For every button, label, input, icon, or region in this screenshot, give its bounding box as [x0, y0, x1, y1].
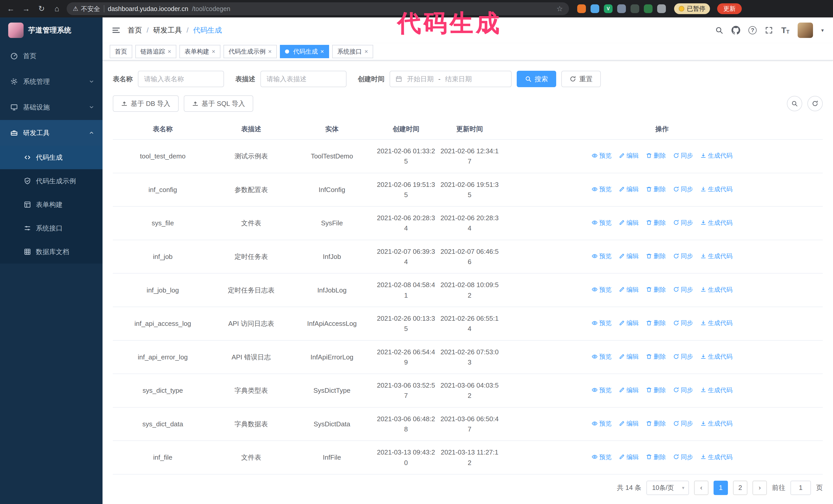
preview-link[interactable]: 预览	[592, 352, 612, 361]
user-avatar[interactable]	[798, 23, 813, 38]
close-icon[interactable]: ×	[168, 48, 171, 55]
next-page-button[interactable]: ›	[753, 481, 767, 495]
sync-link[interactable]: 同步	[673, 251, 693, 261]
github-icon[interactable]	[732, 26, 740, 34]
v-green-extension-icon[interactable]: V	[604, 4, 613, 13]
search-icon[interactable]	[715, 26, 723, 34]
generate-code-link[interactable]: 生成代码	[700, 452, 733, 462]
table-desc-input[interactable]	[260, 71, 347, 87]
breadcrumb-section[interactable]: 研发工具	[153, 25, 182, 35]
sync-link[interactable]: 同步	[673, 385, 693, 395]
generate-code-link[interactable]: 生成代码	[700, 385, 733, 395]
fullscreen-icon[interactable]	[765, 26, 773, 34]
edit-link[interactable]: 编辑	[619, 285, 639, 294]
avatar-caret-icon[interactable]: ▾	[821, 27, 824, 33]
edit-link[interactable]: 编辑	[619, 352, 639, 361]
delete-link[interactable]: 删除	[646, 151, 666, 160]
sync-link[interactable]: 同步	[673, 285, 693, 294]
edit-link[interactable]: 编辑	[619, 218, 639, 227]
browser-reload-icon[interactable]: ↻	[36, 3, 47, 15]
paused-badge[interactable]: 已暂停	[674, 3, 710, 14]
sidebar-item-codegen[interactable]: 代码生成	[0, 146, 102, 169]
delete-link[interactable]: 删除	[646, 352, 666, 361]
toggle-search-button[interactable]	[787, 96, 802, 111]
preview-link[interactable]: 预览	[592, 218, 612, 227]
reset-button[interactable]: 重置	[561, 71, 601, 87]
edit-link[interactable]: 编辑	[619, 385, 639, 395]
tab-home[interactable]: 首页	[110, 45, 132, 58]
puzzle-extension-icon[interactable]	[657, 4, 666, 13]
generate-code-link[interactable]: 生成代码	[700, 352, 733, 361]
delete-link[interactable]: 删除	[646, 385, 666, 395]
browser-back-icon[interactable]: ←	[5, 3, 17, 15]
table-name-input[interactable]	[138, 71, 224, 87]
tab-form-builder[interactable]: 表单构建 ×	[180, 45, 220, 58]
close-icon[interactable]: ×	[212, 48, 215, 55]
tab-codegen[interactable]: 代码生成 ×	[280, 45, 329, 58]
address-bar[interactable]: ⚠ 不安全 dashboard.yudao.iocoder.cn/tool/co…	[67, 2, 569, 15]
fox-extension-icon[interactable]	[577, 4, 586, 13]
generate-code-link[interactable]: 生成代码	[700, 318, 733, 328]
breadcrumb-home[interactable]: 首页	[128, 25, 142, 35]
sync-link[interactable]: 同步	[673, 318, 693, 328]
tray-extension-icon[interactable]	[630, 4, 639, 13]
delete-link[interactable]: 删除	[646, 418, 666, 428]
sidebar-item-infra[interactable]: 基础设施	[0, 94, 102, 120]
generate-code-link[interactable]: 生成代码	[700, 151, 733, 160]
page-button-1[interactable]: 1	[714, 481, 728, 495]
sidebar-item-devtools[interactable]: 研发工具	[0, 120, 102, 146]
preview-link[interactable]: 预览	[592, 318, 612, 328]
delete-link[interactable]: 删除	[646, 285, 666, 294]
delete-link[interactable]: 删除	[646, 318, 666, 328]
sync-link[interactable]: 同步	[673, 151, 693, 160]
preview-link[interactable]: 预览	[592, 151, 612, 160]
search-button[interactable]: 搜索	[517, 71, 556, 87]
sidebar-item-home[interactable]: 首页	[0, 43, 102, 69]
edit-link[interactable]: 编辑	[619, 251, 639, 261]
delete-link[interactable]: 删除	[646, 251, 666, 261]
preview-link[interactable]: 预览	[592, 251, 612, 261]
import-sql-button[interactable]: 基于 SQL 导入	[184, 95, 254, 112]
edit-link[interactable]: 编辑	[619, 151, 639, 160]
close-icon[interactable]: ×	[364, 48, 368, 55]
generate-code-link[interactable]: 生成代码	[700, 285, 733, 294]
preview-link[interactable]: 预览	[592, 385, 612, 395]
preview-link[interactable]: 预览	[592, 452, 612, 462]
generate-code-link[interactable]: 生成代码	[700, 251, 733, 261]
preview-link[interactable]: 预览	[592, 184, 612, 194]
edit-link[interactable]: 编辑	[619, 452, 639, 462]
browser-home-icon[interactable]: ⌂	[51, 3, 63, 15]
tab-codegen-example[interactable]: 代码生成示例 ×	[223, 45, 277, 58]
blue-extension-icon[interactable]	[591, 4, 599, 13]
edit-link[interactable]: 编辑	[619, 318, 639, 328]
bookmark-star-icon[interactable]: ☆	[556, 5, 563, 13]
update-button[interactable]: 更新	[717, 3, 742, 14]
sidebar-item-db-doc[interactable]: 数据库文档	[0, 240, 102, 264]
leaf-extension-icon[interactable]	[644, 4, 652, 13]
sidebar-item-form-builder[interactable]: 表单构建	[0, 193, 102, 216]
sync-link[interactable]: 同步	[673, 452, 693, 462]
sync-link[interactable]: 同步	[673, 218, 693, 227]
generate-code-link[interactable]: 生成代码	[700, 184, 733, 194]
edit-link[interactable]: 编辑	[619, 184, 639, 194]
date-range-picker[interactable]: 开始日期 - 结束日期	[389, 71, 511, 87]
help-icon[interactable]: ?	[748, 26, 757, 34]
sidebar-item-codegen-example[interactable]: 代码生成示例	[0, 169, 102, 193]
prev-page-button[interactable]: ‹	[694, 481, 709, 495]
page-button-2[interactable]: 2	[733, 481, 747, 495]
import-db-button[interactable]: 基于 DB 导入	[113, 95, 178, 112]
security-warning[interactable]: ⚠ 不安全	[73, 5, 100, 13]
sidebar-item-system-api[interactable]: 系统接口	[0, 216, 102, 240]
logo-area[interactable]: 芋道管理系统	[0, 18, 102, 43]
sync-link[interactable]: 同步	[673, 184, 693, 194]
delete-link[interactable]: 删除	[646, 218, 666, 227]
close-icon[interactable]: ×	[320, 48, 324, 55]
goto-page-input[interactable]	[790, 481, 811, 495]
browser-forward-icon[interactable]: →	[21, 3, 32, 15]
preview-link[interactable]: 预览	[592, 285, 612, 294]
tab-system-api[interactable]: 系统接口 ×	[332, 45, 373, 58]
edit-link[interactable]: 编辑	[619, 418, 639, 428]
delete-link[interactable]: 删除	[646, 184, 666, 194]
page-size-select[interactable]: 10条/页 ▾	[646, 481, 689, 495]
refresh-button[interactable]	[807, 96, 823, 111]
